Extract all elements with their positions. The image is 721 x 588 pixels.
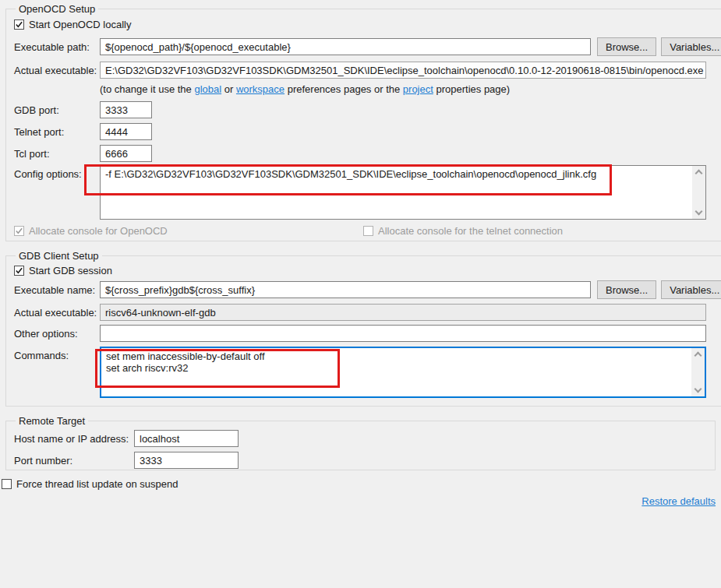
- start-openocd-locally-row: Start OpenOCD locally: [14, 19, 721, 30]
- group-title-gdb-client-setup: GDB Client Setup: [16, 250, 102, 262]
- browse-button-openocd[interactable]: Browse...: [597, 37, 656, 56]
- commands-label: Commands:: [14, 347, 100, 361]
- start-gdb-session-label: Start GDB session: [29, 265, 112, 276]
- preferences-hint-text: (to change it use the global or workspac…: [100, 83, 510, 95]
- executable-name-input[interactable]: [100, 281, 591, 298]
- actual-executable-row-openocd: Actual executable: E:\GD32\GD32VF103\GD3…: [14, 62, 721, 79]
- executable-path-label: Executable path:: [14, 41, 100, 53]
- allocate-console-telnet-label: Allocate console for the telnet connecti…: [378, 225, 563, 237]
- debug-configuration-panel: OpenOCD Setup Start OpenOCD locally Exec…: [0, 0, 721, 588]
- actual-executable-label-gdb: Actual executable:: [14, 307, 100, 319]
- group-openocd-setup: OpenOCD Setup Start OpenOCD locally Exec…: [5, 3, 721, 241]
- global-preferences-link[interactable]: global: [194, 83, 221, 95]
- checkmark-icon: [15, 20, 23, 29]
- group-remote-target: Remote Target Host name or IP address: P…: [5, 415, 716, 470]
- config-options-label: Config options:: [14, 165, 100, 180]
- actual-executable-label-openocd: Actual executable:: [14, 65, 100, 76]
- browse-button-gdb[interactable]: Browse...: [597, 280, 656, 299]
- allocate-console-openocd-label: Allocate console for OpenOCD: [29, 225, 168, 237]
- force-thread-list-label: Force thread list update on suspend: [16, 478, 178, 490]
- config-options-row: Config options: -f E:\GD32\GD32VF103\GD3…: [14, 165, 721, 220]
- gdb-port-input[interactable]: [100, 101, 152, 118]
- host-label: Host name or IP address:: [14, 433, 134, 445]
- tcl-port-label: Tcl port:: [14, 148, 100, 160]
- project-properties-link[interactable]: project: [403, 83, 433, 95]
- config-options-textbox: -f E:\GD32\GD32VF103\GD32VF103SDK\GDM325…: [100, 165, 706, 220]
- host-row: Host name or IP address:: [14, 430, 707, 447]
- start-gdb-session-row: Start GDB session: [14, 265, 721, 276]
- workspace-preferences-link[interactable]: workspace: [236, 83, 285, 95]
- commands-row: Commands: set mem inaccessible-by-defaul…: [14, 347, 721, 398]
- force-thread-list-row: Force thread list update on suspend: [2, 478, 178, 490]
- start-openocd-locally-label: Start OpenOCD locally: [29, 19, 132, 30]
- commands-textbox: set mem inaccessible-by-default off set …: [100, 347, 706, 398]
- other-options-input[interactable]: [100, 325, 706, 342]
- port-number-row: Port number:: [14, 452, 707, 469]
- port-number-input: [134, 452, 239, 469]
- preferences-hint-row: (to change it use the global or workspac…: [14, 83, 721, 95]
- checkmark-icon: [15, 227, 23, 235]
- telnet-port-input[interactable]: [100, 123, 152, 140]
- tcl-port-row: Tcl port:: [14, 145, 721, 162]
- scroll-down-icon[interactable]: [695, 208, 703, 216]
- restore-defaults-link[interactable]: Restore defaults: [641, 495, 716, 507]
- host-input: [134, 430, 239, 447]
- group-gdb-client-setup: GDB Client Setup Start GDB session Execu…: [5, 250, 721, 407]
- other-options-row: Other options:: [14, 325, 721, 342]
- actual-executable-value-gdb: riscv64-unknown-elf-gdb: [100, 304, 706, 321]
- tcl-port-input[interactable]: [100, 145, 152, 162]
- checkmark-icon: [15, 266, 23, 275]
- gdb-port-label: GDB port:: [14, 104, 100, 116]
- group-title-openocd-setup: OpenOCD Setup: [16, 3, 98, 15]
- telnet-port-row: Telnet port:: [14, 123, 721, 140]
- gdb-port-row: GDB port:: [14, 101, 721, 118]
- config-options-textarea[interactable]: -f E:\GD32\GD32VF103\GD32VF103SDK\GDM325…: [101, 166, 692, 219]
- variables-button-openocd[interactable]: Variables...: [661, 37, 721, 56]
- config-options-scrollbar[interactable]: [692, 166, 705, 219]
- scroll-up-icon[interactable]: [694, 352, 702, 360]
- scroll-down-icon[interactable]: [694, 386, 702, 393]
- allocate-console-row: Allocate console for OpenOCD Allocate co…: [14, 225, 721, 237]
- executable-name-row: Executable name: Browse... Variables...: [14, 280, 721, 299]
- executable-name-label: Executable name:: [14, 284, 100, 296]
- port-number-label: Port number:: [14, 455, 134, 467]
- other-options-label: Other options:: [14, 328, 100, 340]
- commands-textarea[interactable]: set mem inaccessible-by-default off set …: [101, 348, 691, 396]
- start-openocd-locally-checkbox[interactable]: [14, 19, 24, 30]
- allocate-console-telnet-checkbox: [363, 226, 373, 236]
- telnet-port-label: Telnet port:: [14, 126, 100, 138]
- allocate-console-telnet-group: Allocate console for the telnet connecti…: [363, 225, 563, 237]
- scroll-up-icon[interactable]: [695, 170, 703, 178]
- commands-scrollbar[interactable]: [691, 348, 705, 396]
- allocate-console-openocd-checkbox: [14, 226, 24, 236]
- actual-executable-value-openocd: E:\GD32\GD32VF103\GD32VF103SDK\GDM32501_…: [100, 62, 706, 79]
- start-gdb-session-checkbox[interactable]: [14, 266, 24, 276]
- executable-path-row: Executable path: Browse... Variables...: [14, 37, 721, 56]
- executable-path-input[interactable]: [100, 38, 591, 55]
- actual-executable-row-gdb: Actual executable: riscv64-unknown-elf-g…: [14, 304, 721, 321]
- variables-button-gdb[interactable]: Variables...: [661, 280, 721, 299]
- force-thread-list-checkbox[interactable]: [2, 479, 12, 489]
- group-title-remote-target: Remote Target: [16, 415, 88, 427]
